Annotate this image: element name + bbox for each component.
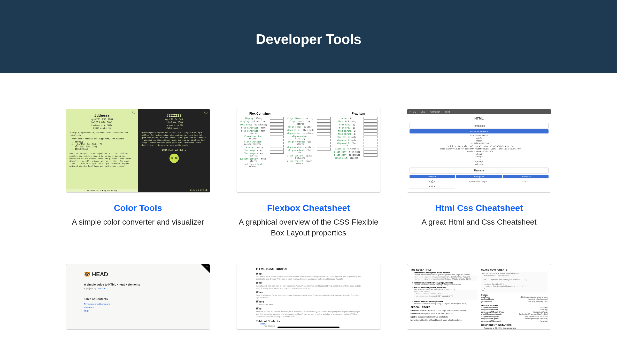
tiger-icon: 🐯 — [84, 272, 90, 277]
flex-diagram-icon — [270, 120, 284, 123]
section-heading: Why — [256, 307, 361, 310]
toc-list: Recommended Minimum Elements Meta — [84, 303, 192, 313]
flex-diagram-icon — [364, 132, 377, 135]
list-item: deepskyblue — [75, 148, 134, 150]
wcag-label: WCAG Contrast Ratio — [142, 149, 206, 152]
card-title[interactable]: Flexbox Cheatsheet — [236, 203, 381, 213]
corner-ribbon-icon — [201, 264, 210, 273]
tab-html: HTML — [410, 110, 416, 113]
instances-heading: COMPONENT INSTANCES — [481, 324, 547, 326]
hex-value: #222222 — [142, 113, 206, 117]
css-property-row: order: 0; — [333, 117, 361, 120]
left-column: THE ESSENTIALS React.createElement(type,… — [411, 267, 477, 327]
chip-label: Line Break — [521, 176, 531, 178]
thumbnail-react: THE ESSENTIALS React.createElement(type,… — [407, 264, 551, 330]
section-elements: Elements — [410, 168, 549, 173]
hero-banner: Developer Tools — [0, 0, 617, 73]
rgb-value: rgb(34,34,34) — [142, 118, 206, 121]
flex-diagram-icon — [364, 120, 377, 123]
item-heading: Flex Item — [352, 112, 365, 115]
essentials-item: ReactDOM.render(element, domNode)Take a … — [414, 287, 477, 300]
cards-container: #ddeeaa rgb(221,238,170) hsl(75,67%,80%)… — [24, 73, 593, 350]
css-property-row: align-content: space-around; — [286, 160, 314, 165]
css-property-row: align-items: center; — [286, 126, 314, 128]
rgb-value: rgb(221,238,170) — [70, 118, 134, 121]
toc-sub: Tag Structure — [264, 325, 275, 327]
tab-animation: Animation — [430, 110, 440, 113]
list-item: #ff9920 — [75, 141, 134, 143]
css-property-row: flex-grow: 1; — [333, 127, 361, 129]
author-link: uvacoder — [97, 287, 106, 290]
tagline: A simple guide to HTML <head> elements — [84, 283, 192, 286]
card-color-tools[interactable]: #ddeeaa rgb(221,238,170) hsl(75,67%,80%)… — [66, 109, 210, 238]
css-property-row: display: flex; — [240, 117, 267, 120]
flex-diagram-icon — [270, 132, 284, 135]
lifecycle-row: componentWillUpdatefunction(nextProps, n… — [481, 315, 547, 318]
lifecycle-row: componentWillMountfunction() — [481, 306, 547, 309]
luminance-value: Luminance: 0.016 — [142, 124, 206, 126]
toc-link: • HTML — [259, 323, 266, 325]
flex-diagram-icon — [317, 117, 331, 120]
section-text: Because this stuff is important. Whether… — [256, 310, 361, 317]
flex-diagram-icon — [364, 154, 377, 157]
chip-paragraph: Paragraph — [456, 175, 502, 178]
section-text: I'm Cassidy. I'm a current student in co… — [256, 275, 361, 280]
card-head-guide[interactable]: 🐯 HEAD A simple guide to HTML <head> ele… — [66, 264, 210, 340]
card-title[interactable]: Html Css Cheatsheet — [407, 203, 551, 213]
lifecycle-row: componentDidMountfunction() — [481, 309, 547, 311]
essentials-item: React.createElement(type, props, childre… — [414, 272, 477, 281]
page-title: Developer Tools — [5, 31, 612, 47]
css-property-row: flex: 0 1 auto; — [333, 121, 361, 123]
card-htmlcss-tutorial[interactable]: HTML+CSS Tutorial WhoI'm Cassidy. I'm a … — [236, 264, 381, 340]
card-description: A graphical overview of the CSS Flexible… — [236, 217, 381, 238]
css-property-row: flex-wrap: nowrap; — [240, 146, 267, 148]
css-property-row: align-items: flex-start; — [286, 121, 314, 125]
flex-diagram-icon — [364, 145, 377, 147]
lifecycle-row: componentDidUpdatefunction(prevProps, pr… — [481, 318, 547, 320]
flex-diagram-icon — [270, 126, 284, 129]
class-components-heading: CLASS COMPONENTS — [481, 268, 547, 271]
flex-diagram-icon — [270, 139, 284, 141]
flex-diagram-icon — [364, 151, 377, 154]
card-react-cheatsheet[interactable]: THE ESSENTIALS React.createElement(type,… — [407, 264, 551, 340]
css-property-row: justify-content: flex-start; — [240, 158, 267, 162]
hsl-value: hsl(75,67%,80%) — [70, 121, 134, 124]
instance-note: Accessible as this within class componen… — [484, 327, 516, 329]
container-props-col2: align-items: stretch;align-items: flex-s… — [286, 112, 314, 190]
wcag-badge: 12.70 — [169, 154, 179, 163]
flex-diagram-icon — [364, 142, 377, 144]
section-templates: Templates — [410, 123, 549, 129]
cards-grid: #ddeeaa rgb(221,238,170) hsl(75,67%,80%)… — [66, 109, 551, 340]
special-props-heading: SPECIAL PROPS — [411, 306, 477, 308]
by-prefix: A project by — [84, 287, 97, 290]
card-description: A simple color converter and visualizer — [66, 217, 210, 227]
tutorial-sections: WhoI'm Cassidy. I'm a current student in… — [256, 272, 361, 318]
css-property-row: align-content: flex-start; — [286, 141, 314, 145]
list-item: rgba(124, 96, 200, .7) — [75, 143, 134, 146]
flex-diagram-icon — [364, 136, 377, 138]
paragraph-example: <p>content</p> — [454, 179, 502, 189]
code-block: <!DOCTYPE html> <html> <head> <title></t… — [407, 133, 551, 167]
grade-value: USWDS grade: – — [142, 127, 206, 129]
options-list: propTypesobject mapping prop names to ty… — [481, 296, 547, 303]
flex-diagram-icon — [270, 142, 284, 144]
github-link: View on GitHub — [190, 189, 207, 191]
toc-label: HTML — [260, 323, 266, 325]
diagrams-col3 — [364, 112, 377, 190]
tag-example: <h1> — [410, 179, 454, 184]
css-property-row: flex-shrink: 1; — [333, 133, 361, 135]
toc-link: Recommended Minimum — [84, 303, 192, 306]
css-property-row: flex-shrink: 0; — [333, 130, 361, 132]
summary-text: A simple, open-source, ad-free color con… — [70, 131, 134, 137]
diagrams-col1 — [270, 112, 284, 190]
card-flexbox-cheatsheet[interactable]: Flex Container Flex Item display: flex;d… — [236, 109, 381, 238]
tutorial-heading: HTML+CSS Tutorial — [256, 267, 361, 271]
css-property-row: flex-basis: auto; — [333, 136, 361, 138]
lifecycle-row: componentWillUnmountfunction() — [481, 320, 547, 322]
container-heading: Flex Container — [249, 112, 271, 115]
css-property-row: align-self: auto; — [333, 139, 361, 141]
flex-diagram-icon — [364, 117, 377, 120]
circle-icon — [132, 111, 135, 114]
card-html-css-cheatsheet[interactable]: HTML CSS Animation Tools HTML Templates … — [407, 109, 551, 238]
card-title[interactable]: Color Tools — [66, 203, 210, 213]
